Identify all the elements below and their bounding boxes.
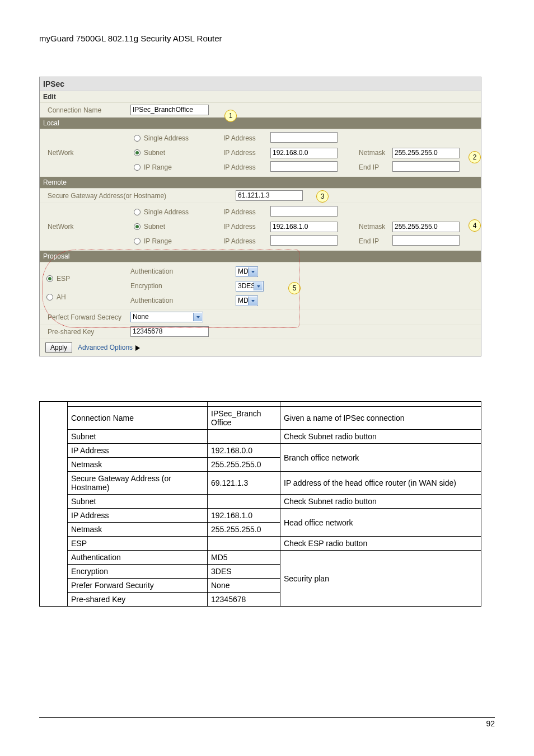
local-iprange-radio[interactable]: IP Range [130,160,221,175]
local-network-label: NetWork [40,147,130,159]
advanced-options-link[interactable]: Advanced Options [78,344,133,351]
table-cell: Given a name of IPSec connection [280,407,481,430]
callout-2: 2 [469,151,481,163]
table-cell: 3DES [208,565,280,579]
table-cell: IP Address [68,444,208,458]
table-cell: 192.168.1.0 [208,509,280,523]
remote-heading: Remote [40,177,481,189]
remote-single-ip-input[interactable] [270,206,338,217]
table-cell: 192.168.0.0 [208,444,280,458]
esp-label: ESP [57,275,70,283]
opt-single-label: Single Address [144,134,189,142]
table-cell: Pre-shared Key [68,593,208,607]
local-heading: Local [40,118,481,129]
ah-radio[interactable]: AH [43,290,127,304]
table-cell [208,430,280,444]
table-cell: Prefer Forward Security [68,579,208,593]
ah-label: AH [57,293,66,301]
ip-address-label: IP Address [221,160,270,175]
radio-icon [46,275,53,282]
table-cell: Subnet [68,495,208,509]
ip-address-label: IP Address [221,145,270,160]
table-cell: Connection Name [68,407,208,430]
table-cell: MD5 [208,551,280,565]
remote-iprange-radio[interactable]: IP Range [130,234,221,248]
remote-subnet-mask-input[interactable]: 255.255.255.0 [392,222,460,232]
ip-address-label: IP Address [221,131,270,145]
table-cell: Head office network [280,509,481,537]
radio-icon [134,149,140,156]
endip-label: End IP [348,234,392,248]
pfs-label: Perfect Forward Secrecy [40,311,130,323]
table-cell [208,495,280,509]
local-subnet-radio[interactable]: Subnet [130,145,221,160]
remote-subnet-ip-input[interactable]: 192.168.1.0 [270,222,338,232]
pfs-select[interactable]: None [130,312,203,322]
table-cell [208,402,280,407]
opt-subnet-label: Subnet [144,223,165,231]
remote-single-radio[interactable]: Single Address [130,205,221,219]
opt-iprange-label: IP Range [144,237,172,245]
table-cell: Branch office network [280,444,481,472]
connection-name-label: Connection Name [40,104,130,116]
psk-input[interactable]: 12345678 [130,326,209,337]
callout-4: 4 [469,219,481,232]
esp-enc-select[interactable]: 3DES [236,281,264,292]
radio-icon [46,294,53,300]
auth-label: Authentication [130,297,173,304]
table-cell: IP Address [68,509,208,523]
table-cell: Subnet [68,430,208,444]
table-cell: Check Subnet radio button [280,495,481,509]
auth-label: Authentication [130,267,173,275]
doc-title: myGuard 7500GL 802.11g Security ADSL Rou… [39,34,495,43]
apply-button[interactable]: Apply [45,342,72,353]
ip-address-label: IP Address [221,234,270,248]
table-cell: Encryption [68,565,208,579]
table-left-blank [40,402,68,607]
table-cell [68,402,208,407]
remote-range-end-input[interactable] [392,235,460,246]
local-subnet-ip-input[interactable]: 192.168.0.0 [270,148,338,158]
table-cell: Security plan [280,551,481,607]
esp-radio[interactable]: ESP [43,267,127,290]
local-range-end-input[interactable] [392,161,460,172]
arrow-right-icon [135,345,140,351]
netmask-label: Netmask [348,145,392,160]
panel-title: IPSec [40,77,481,91]
secure-gw-label: Secure Gateway Address(or Hostname) [40,190,221,202]
netmask-label: Netmask [348,219,392,234]
ah-auth-select[interactable]: MD5 [236,295,258,306]
table-cell: Check ESP radio button [280,537,481,551]
local-single-ip-input[interactable] [270,132,338,143]
explanation-table: Connection Name IPSec_Branch Office Give… [39,401,481,607]
connection-name-input[interactable]: IPSec_BranchOffice [130,105,209,115]
opt-single-label: Single Address [144,208,189,216]
ipsec-panel: IPSec Edit Connection Name IPSec_BranchO… [39,77,481,356]
callout-3: 3 [316,190,329,203]
table-cell: 12345678 [208,593,280,607]
table-cell: Netmask [68,523,208,537]
panel-edit-row: Edit [40,91,481,103]
radio-icon [134,209,140,215]
endip-label: End IP [348,160,392,175]
local-single-radio[interactable]: Single Address [130,131,221,145]
table-cell [280,402,481,407]
remote-subnet-radio[interactable]: Subnet [130,219,221,234]
secure-gw-input[interactable]: 61.121.1.3 [236,190,303,201]
radio-icon [134,223,140,230]
table-cell: None [208,579,280,593]
ip-address-label: IP Address [221,219,270,234]
radio-icon [134,238,140,245]
remote-range-start-input[interactable] [270,235,338,246]
table-cell: 255.255.255.0 [208,458,280,472]
local-subnet-mask-input[interactable]: 255.255.255.0 [392,148,460,158]
table-cell: ESP [68,537,208,551]
local-range-start-input[interactable] [270,161,338,172]
table-cell: 255.255.255.0 [208,523,280,537]
table-cell: Netmask [68,458,208,472]
radio-icon [134,135,140,142]
opt-iprange-label: IP Range [144,163,172,171]
table-cell: IPSec_Branch Office [208,407,280,430]
psk-label: Pre-shared Key [40,326,130,338]
esp-auth-select[interactable]: MD5 [236,266,258,277]
